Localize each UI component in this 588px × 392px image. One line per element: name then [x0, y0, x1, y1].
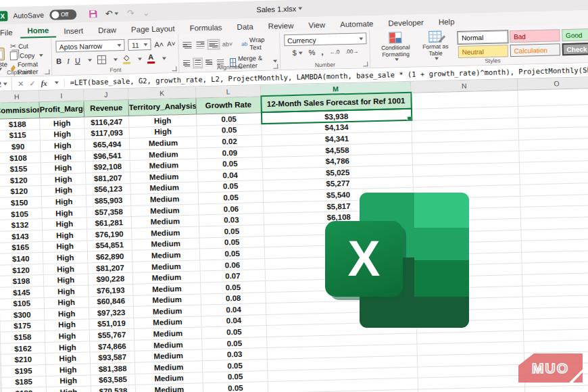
cell[interactable]: $120	[0, 185, 41, 197]
undo-icon[interactable]: ↶	[105, 8, 119, 18]
bold-button[interactable]: B	[56, 57, 62, 65]
style-good[interactable]: Good	[562, 28, 588, 41]
font-name-select[interactable]: Aptos Narrow	[55, 39, 125, 52]
format-as-table-button[interactable]: Format as Table	[419, 30, 452, 60]
align-middle-icon[interactable]	[196, 41, 205, 48]
cell[interactable]: $105	[0, 297, 44, 310]
style-check-cell[interactable]: Check Cell	[562, 42, 588, 55]
font-color-icon[interactable]: A	[147, 53, 155, 64]
number-format-select[interactable]: Currency	[284, 32, 366, 46]
cell[interactable]: $116,247	[84, 116, 129, 128]
cell[interactable]: High	[41, 151, 85, 163]
cell[interactable]: $120	[0, 174, 41, 187]
style-bad[interactable]: Bad	[510, 29, 560, 43]
tab-draw[interactable]: Draw	[91, 24, 124, 36]
cell[interactable]: $143	[0, 230, 43, 243]
cut-button[interactable]: ✂Cut	[10, 41, 49, 51]
cell[interactable]: High	[40, 139, 84, 151]
cell[interactable]: High	[40, 128, 84, 141]
cell[interactable]: $105	[0, 207, 42, 220]
cell[interactable]: $51,019	[89, 318, 134, 330]
cell[interactable]: $93,587	[90, 351, 134, 364]
tab-file[interactable]: File	[0, 26, 20, 39]
fill-color-icon[interactable]: ◇	[123, 54, 130, 64]
column-header-I[interactable]: I	[39, 90, 84, 102]
style-neutral[interactable]: Neutral	[458, 45, 508, 58]
cell[interactable]: 0.05	[203, 382, 268, 392]
cell[interactable]: $165	[0, 241, 43, 253]
cell[interactable]	[518, 88, 588, 106]
cancel-icon[interactable]: ✕	[18, 79, 24, 88]
cell[interactable]: $145	[0, 286, 44, 298]
increase-decimal-icon[interactable]: ←.0	[329, 49, 339, 55]
cell[interactable]: High	[46, 375, 91, 387]
cell[interactable]: High	[45, 364, 90, 376]
autosave-toggle[interactable]: Off	[49, 9, 76, 20]
cell[interactable]: $61,281	[87, 217, 131, 229]
alignment-dialog-launcher-icon[interactable]	[273, 64, 278, 69]
cell[interactable]: High	[45, 330, 89, 342]
wrap-text-button[interactable]: abWrap Text	[241, 36, 276, 51]
tab-help[interactable]: Help	[431, 16, 462, 28]
cell[interactable]: High	[42, 207, 87, 219]
font-size-select[interactable]: 11	[128, 39, 151, 51]
cell[interactable]: $300	[0, 309, 45, 321]
tab-developer[interactable]: Developer	[381, 16, 431, 30]
style-calculation[interactable]: Calculation	[510, 43, 560, 57]
cell[interactable]: $90	[0, 141, 41, 153]
cell[interactable]: $158	[0, 331, 45, 343]
cell[interactable]: High	[41, 162, 85, 174]
cell[interactable]: $76,193	[89, 284, 133, 296]
cell[interactable]: High	[40, 117, 84, 130]
copy-button[interactable]: Copy	[10, 51, 49, 60]
comma-style-icon[interactable]: ,	[321, 48, 323, 56]
tab-formulas[interactable]: Formulas	[182, 21, 229, 34]
header-cell[interactable]: Profit_Margin	[39, 101, 84, 118]
cell[interactable]: $175	[0, 320, 45, 332]
cell[interactable]: High	[41, 195, 86, 207]
cell[interactable]: $76,190	[87, 228, 132, 240]
cell[interactable]: $140	[0, 253, 43, 265]
cell[interactable]: High	[44, 296, 89, 308]
cell[interactable]: High	[44, 285, 89, 297]
italic-button[interactable]: I	[67, 57, 70, 65]
cell[interactable]: $120	[0, 264, 43, 276]
cell[interactable]: $60,846	[89, 295, 133, 308]
cell[interactable]: High	[43, 263, 88, 275]
orientation-icon[interactable]: ab˅	[222, 41, 233, 47]
cell[interactable]: $188	[0, 118, 40, 130]
cell[interactable]: $97,323	[89, 306, 133, 318]
header-cell[interactable]: Revenue	[84, 99, 129, 117]
cell[interactable]: High	[45, 341, 90, 353]
header-cell[interactable]: Growth Rate	[196, 96, 262, 114]
cell[interactable]: $108	[0, 151, 41, 164]
align-top-icon[interactable]	[183, 42, 192, 49]
header-cell[interactable]: Territory_Analysis	[128, 98, 197, 116]
cell[interactable]: High	[43, 241, 87, 253]
tab-review[interactable]: Review	[261, 20, 301, 32]
number-dialog-launcher-icon[interactable]	[363, 62, 368, 66]
cell[interactable]: $56,123	[86, 183, 130, 195]
cell[interactable]: High	[44, 308, 89, 320]
cell[interactable]: $63,585	[91, 374, 135, 386]
cell[interactable]: $180	[1, 387, 46, 392]
tab-page-layout[interactable]: Page Layout	[124, 22, 182, 36]
header-cell[interactable]: Commission	[0, 101, 40, 119]
cell[interactable]: $65,494	[84, 139, 129, 151]
cell[interactable]: $195	[1, 365, 46, 377]
cell[interactable]: $57,358	[87, 205, 131, 218]
cell[interactable]: High	[43, 229, 87, 241]
cell[interactable]: $210	[1, 353, 45, 366]
cell[interactable]: $55,767	[89, 329, 134, 341]
cell[interactable]	[524, 385, 588, 392]
borders-icon[interactable]	[97, 55, 106, 64]
tab-data[interactable]: Data	[229, 20, 261, 33]
cell[interactable]: $155	[0, 163, 41, 175]
cell[interactable]: $150	[0, 197, 42, 209]
document-title[interactable]: Sales 1.xlsx	[256, 5, 302, 14]
customize-qat-icon[interactable]: ⌄	[142, 7, 149, 18]
cell[interactable]: $70,538	[91, 385, 135, 392]
cell[interactable]: High	[46, 386, 91, 392]
cell[interactable]: $115	[0, 129, 40, 141]
cell[interactable]: High	[45, 352, 90, 364]
